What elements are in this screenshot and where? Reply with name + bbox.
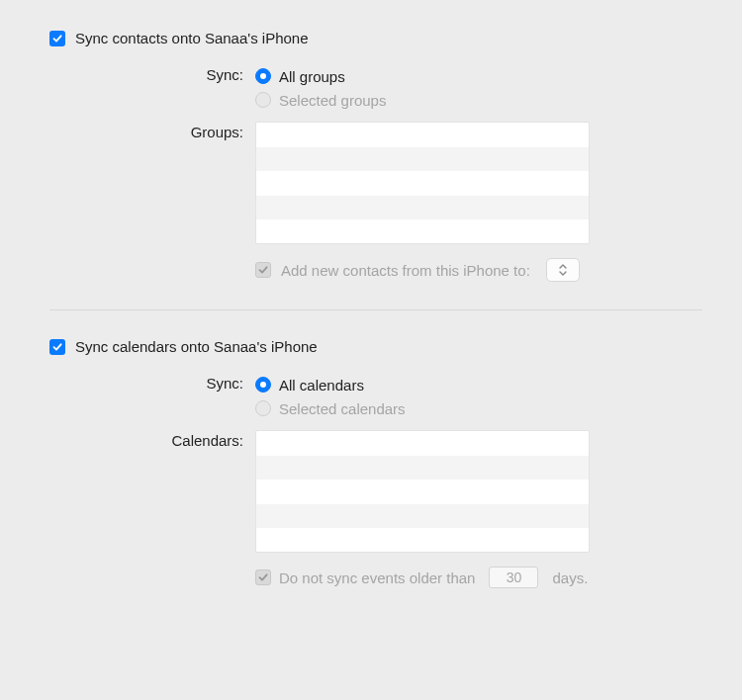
contacts-groups-label: Groups: (49, 122, 255, 140)
calendars-selected-label: Selected calendars (279, 400, 406, 417)
older-events-label-pre: Do not sync events older than (279, 569, 475, 586)
sync-calendars-label: Sync calendars onto Sanaa's iPhone (75, 338, 318, 355)
calendars-list-label: Calendars: (49, 430, 255, 449)
sync-contacts-checkbox[interactable] (49, 31, 65, 46)
contacts-all-groups-label: All groups (279, 68, 345, 85)
sync-contacts-label: Sync contacts onto Sanaa's iPhone (75, 30, 309, 46)
calendars-all-radio[interactable] (255, 377, 271, 393)
contacts-groups-listbox[interactable] (255, 122, 590, 244)
contacts-section: Sync contacts onto Sanaa's iPhone Sync: … (49, 30, 702, 309)
contacts-sync-label: Sync: (49, 64, 255, 83)
older-events-label-post: days. (552, 569, 588, 586)
add-new-contacts-popup[interactable] (546, 258, 580, 282)
calendars-selected-radio[interactable] (255, 400, 271, 416)
calendars-section: Sync calendars onto Sanaa's iPhone Sync:… (49, 309, 702, 616)
contacts-selected-groups-label: Selected groups (279, 92, 386, 109)
sync-calendars-checkbox[interactable] (49, 339, 65, 355)
calendars-all-label: All calendars (279, 377, 364, 394)
add-new-contacts-label: Add new contacts from this iPhone to: (281, 262, 530, 279)
add-new-contacts-checkbox[interactable] (255, 262, 271, 278)
calendars-listbox[interactable] (255, 430, 590, 553)
calendars-sync-label: Sync: (49, 373, 255, 392)
older-events-checkbox[interactable] (255, 569, 271, 585)
contacts-selected-groups-radio[interactable] (255, 92, 271, 108)
contacts-all-groups-radio[interactable] (255, 68, 271, 84)
older-events-days-input[interactable]: 30 (489, 567, 538, 588)
